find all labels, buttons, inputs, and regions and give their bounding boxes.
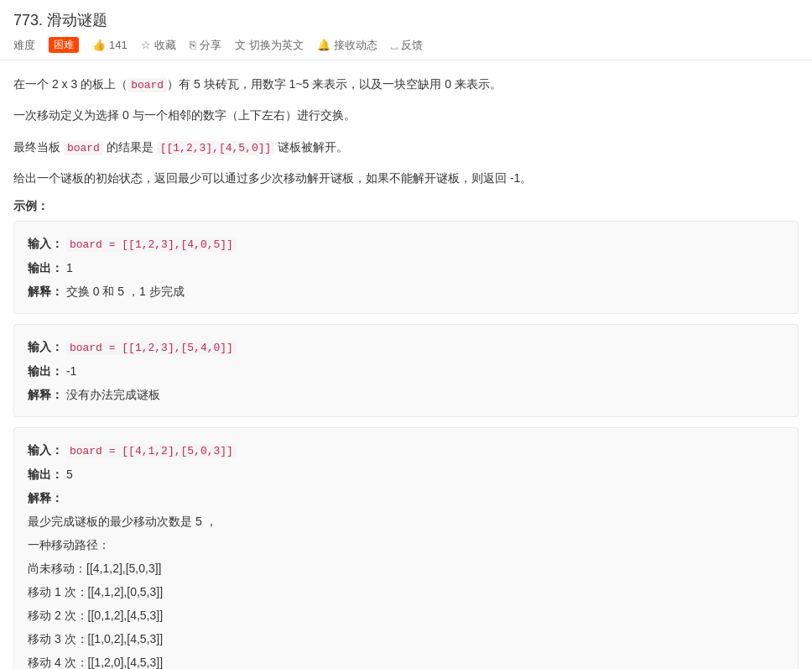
example-3-extra-6: 移动 3 次：[[1,0,2],[4,5,3]] (28, 627, 784, 651)
receive-action[interactable]: 🔔 接收动态 (317, 38, 377, 53)
feedback-action[interactable]: ⎵ 反馈 (391, 38, 423, 53)
desc-para-4: 给出一个谜板的初始状态，返回最少可以通过多少次移动解开谜板，如果不能解开谜板，则… (13, 168, 799, 189)
example-1-input-label: 输入： (28, 237, 63, 250)
example-3: 输入： board = [[4,1,2],[5,0,3]] 输出： 5 解释： … (13, 427, 799, 669)
example-2-input-value: board = [[1,2,3],[5,4,0]] (66, 341, 237, 355)
thumbs-up-icon: 👍 (92, 39, 106, 51)
problem-content: 在一个 2 x 3 的板上（board）有 5 块砖瓦，用数字 1~5 来表示，… (0, 60, 812, 669)
example-2: 输入： board = [[1,2,3],[5,4,0]] 输出： -1 解释：… (13, 324, 799, 417)
example-1-explain-label: 解释： (28, 285, 63, 298)
examples-title: 示例： (13, 199, 799, 214)
example-1: 输入： board = [[1,2,3],[4,0,5]] 输出： 1 解释： … (13, 221, 799, 314)
problem-header: 773. 滑动谜题 难度 困难 👍 141 ☆ 收藏 ⎘ 分享 文 切换为英文 … (0, 0, 812, 60)
example-3-explain-label-line: 解释： (28, 486, 784, 510)
desc-para-3: 最终当板 board 的结果是 [[1,2,3],[4,5,0]] 谜板被解开。 (13, 137, 799, 158)
example-2-output-label: 输出： (28, 364, 63, 378)
example-1-explain: 解释： 交换 0 和 5 ，1 步完成 (28, 280, 784, 303)
share-label: 分享 (200, 38, 221, 53)
collect-action[interactable]: ☆ 收藏 (141, 38, 176, 53)
example-3-output-label: 输出： (28, 468, 63, 481)
example-1-output-value: 1 (66, 261, 73, 274)
bell-icon: 🔔 (317, 39, 331, 51)
example-3-extra-3: 尚未移动：[[4,1,2],[5,0,3]] (28, 557, 784, 580)
difficulty-badge: 困难 (49, 37, 79, 53)
collect-label: 收藏 (154, 38, 176, 53)
example-3-extra-7: 移动 4 次：[[1,2,0],[4,5,3]] (28, 651, 784, 669)
meta-row: 难度 困难 👍 141 ☆ 收藏 ⎘ 分享 文 切换为英文 🔔 接收动态 ⎵ 反… (13, 37, 799, 53)
example-1-input: 输入： board = [[1,2,3],[4,0,5]] (28, 232, 784, 256)
like-count: 141 (109, 39, 128, 51)
example-2-input-label: 输入： (28, 340, 63, 353)
difficulty-label: 难度 (13, 38, 35, 53)
example-2-explain-value: 没有办法完成谜板 (66, 388, 160, 401)
example-2-output-value: -1 (66, 364, 76, 378)
translate-icon: 文 (235, 38, 246, 53)
example-3-explain-label: 解释： (28, 491, 63, 504)
example-3-output-value: 5 (66, 468, 73, 481)
example-1-output: 输出： 1 (28, 256, 784, 280)
example-3-extra-1: 最少完成谜板的最少移动次数是 5 ， (28, 510, 784, 533)
example-3-output: 输出： 5 (28, 463, 784, 486)
star-icon: ☆ (141, 39, 151, 51)
example-3-input: 输入： board = [[4,1,2],[5,0,3]] (28, 438, 784, 463)
example-2-output: 输出： -1 (28, 359, 784, 383)
switch-label: 切换为英文 (249, 38, 304, 53)
example-1-input-value: board = [[1,2,3],[4,0,5]] (66, 238, 237, 252)
desc-para-2: 一次移动定义为选择 0 与一个相邻的数字（上下左右）进行交换。 (13, 105, 799, 126)
example-2-input: 输入： board = [[1,2,3],[5,4,0]] (28, 335, 784, 359)
example-1-output-label: 输出： (28, 261, 63, 274)
switch-lang-action[interactable]: 文 切换为英文 (235, 38, 304, 53)
board-code-1: board (128, 78, 167, 92)
example-1-explain-value: 交换 0 和 5 ，1 步完成 (66, 285, 185, 298)
board-code-2: board (64, 141, 103, 155)
receive-label: 接收动态 (334, 38, 377, 53)
example-3-input-value: board = [[4,1,2],[5,0,3]] (66, 444, 237, 458)
example-3-extra-4: 移动 1 次：[[4,1,2],[0,5,3]] (28, 580, 784, 604)
like-action[interactable]: 👍 141 (92, 39, 128, 51)
desc-para-1: 在一个 2 x 3 的板上（board）有 5 块砖瓦，用数字 1~5 来表示，… (13, 74, 799, 95)
example-3-extra-2: 一种移动路径： (28, 533, 784, 557)
feedback-label: 反馈 (401, 38, 423, 53)
share-icon: ⎘ (190, 39, 196, 51)
feedback-icon: ⎵ (391, 39, 398, 51)
example-2-explain: 解释： 没有办法完成谜板 (28, 383, 784, 406)
share-action[interactable]: ⎘ 分享 (190, 38, 221, 53)
target-state-code: [[1,2,3],[4,5,0]] (157, 141, 275, 155)
problem-title: 773. 滑动谜题 (13, 10, 107, 30)
example-3-extra-5: 移动 2 次：[[0,1,2],[4,5,3]] (28, 604, 784, 627)
example-3-input-label: 输入： (28, 443, 63, 457)
example-2-explain-label: 解释： (28, 388, 63, 401)
